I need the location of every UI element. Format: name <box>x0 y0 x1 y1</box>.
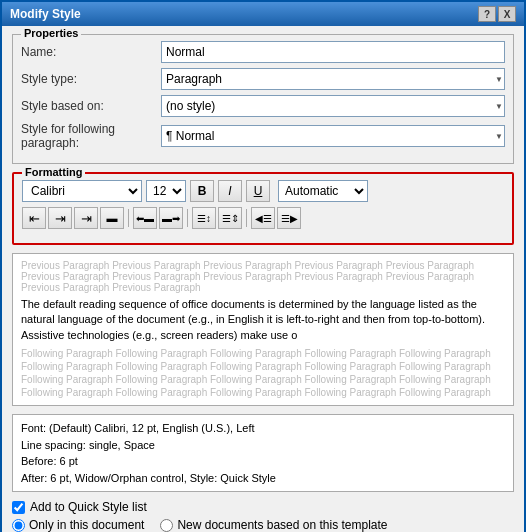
style-type-row: Style type: Paragraph ▼ <box>21 68 505 90</box>
style-based-select[interactable]: (no style) <box>161 95 505 117</box>
align-right-button[interactable]: ⇤ <box>74 207 98 229</box>
style-based-wrapper: (no style) ▼ <box>161 95 505 117</box>
help-button[interactable]: ? <box>478 6 496 22</box>
name-row: Name: <box>21 41 505 63</box>
style-based-label: Style based on: <box>21 99 161 113</box>
only-in-doc-item: Only in this document <box>12 518 144 532</box>
title-bar: Modify Style ? X <box>2 2 524 26</box>
underline-button[interactable]: U <box>246 180 270 202</box>
preview-box: Previous Paragraph Previous Paragraph Pr… <box>12 253 514 406</box>
indent-inc-button[interactable]: ▬➡ <box>159 207 183 229</box>
alignment-row: ⇤ ⇥ ⇤ ▬ ⬅▬ ▬➡ ☰↕ ☰⇕ ◀☰ ☰▶ <box>22 207 504 229</box>
style-following-wrapper: ¶ Normal ▼ <box>161 125 505 147</box>
bold-button[interactable]: B <box>190 180 214 202</box>
preview-main-text: The default reading sequence of office d… <box>21 297 505 343</box>
title-bar-buttons: ? X <box>478 6 516 22</box>
new-docs-item: New documents based on this template <box>160 518 387 532</box>
only-in-doc-radio[interactable] <box>12 519 25 532</box>
close-button[interactable]: X <box>498 6 516 22</box>
style-info-line2: Line spacing: single, Space <box>21 437 505 454</box>
properties-group: Properties Name: Style type: Paragraph ▼… <box>12 34 514 164</box>
style-info-line1: Font: (Default) Calibri, 12 pt, English … <box>21 420 505 437</box>
style-type-select[interactable]: Paragraph <box>161 68 505 90</box>
indent-dec-button[interactable]: ⬅▬ <box>133 207 157 229</box>
preview-following-text: Following Paragraph Following Paragraph … <box>21 347 505 399</box>
dialog-title: Modify Style <box>10 7 81 21</box>
separator3 <box>246 209 247 227</box>
new-docs-radio[interactable] <box>160 519 173 532</box>
only-in-doc-label: Only in this document <box>29 518 144 532</box>
modify-style-dialog: Modify Style ? X Properties Name: Style … <box>0 0 526 532</box>
outdent-button[interactable]: ◀☰ <box>251 207 275 229</box>
formatting-section: Formatting Calibri 12 B I U <box>12 172 514 245</box>
formatting-label: Formatting <box>22 166 85 178</box>
style-based-row: Style based on: (no style) ▼ <box>21 95 505 117</box>
new-docs-label: New documents based on this template <box>177 518 387 532</box>
style-type-wrapper: Paragraph ▼ <box>161 68 505 90</box>
align-justify-button[interactable]: ▬ <box>100 207 124 229</box>
dialog-content: Properties Name: Style type: Paragraph ▼… <box>2 26 524 532</box>
size-select[interactable]: 12 <box>146 180 186 202</box>
align-center-button[interactable]: ⇥ <box>48 207 72 229</box>
separator2 <box>187 209 188 227</box>
style-following-label: Style for following paragraph: <box>21 122 161 150</box>
italic-button[interactable]: I <box>218 180 242 202</box>
style-info-line3: Before: 6 pt <box>21 453 505 470</box>
name-label: Name: <box>21 45 161 59</box>
document-scope-row: Only in this document New documents base… <box>12 518 514 532</box>
name-input[interactable] <box>161 41 505 63</box>
style-info-box: Font: (Default) Calibri, 12 pt, English … <box>12 414 514 492</box>
style-type-label: Style type: <box>21 72 161 86</box>
para-space-button[interactable]: ☰⇕ <box>218 207 242 229</box>
align-left-button[interactable]: ⇤ <box>22 207 46 229</box>
add-to-quick-label: Add to Quick Style list <box>30 500 147 514</box>
separator1 <box>128 209 129 227</box>
properties-label: Properties <box>21 27 81 39</box>
add-to-quick-checkbox[interactable] <box>12 501 25 514</box>
line-space-button[interactable]: ☰↕ <box>192 207 216 229</box>
preview-previous-text: Previous Paragraph Previous Paragraph Pr… <box>21 260 505 293</box>
add-to-quick-row: Add to Quick Style list <box>12 500 514 514</box>
color-select[interactable]: Automatic <box>278 180 368 202</box>
style-following-row: Style for following paragraph: ¶ Normal … <box>21 122 505 150</box>
options-section: Add to Quick Style list Only in this doc… <box>12 500 514 532</box>
font-select[interactable]: Calibri <box>22 180 142 202</box>
style-following-select[interactable]: ¶ Normal <box>161 125 505 147</box>
indent-button[interactable]: ☰▶ <box>277 207 301 229</box>
font-row: Calibri 12 B I U Automatic <box>22 180 504 202</box>
style-info-line4: After: 6 pt, Widow/Orphan control, Style… <box>21 470 505 487</box>
